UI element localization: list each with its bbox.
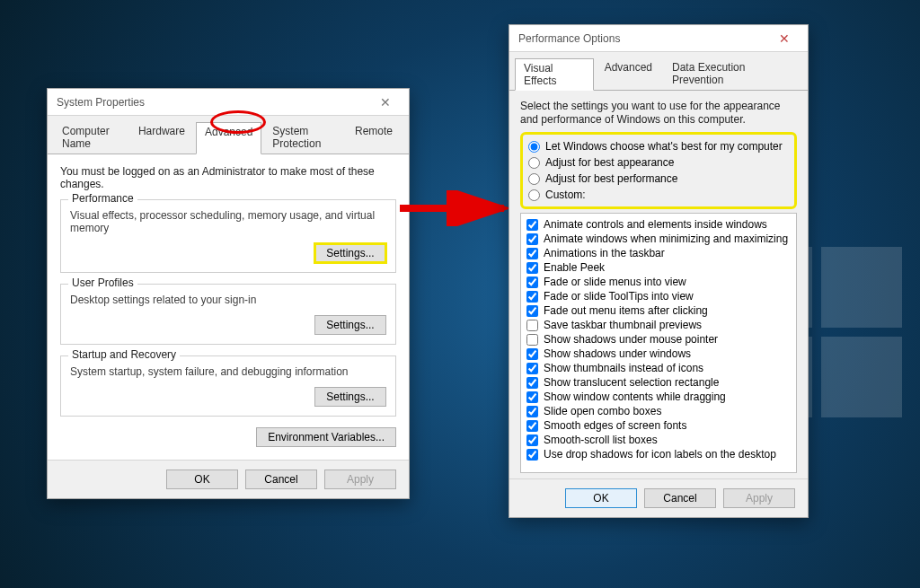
tab-bar: Computer Name Hardware Advanced System P… [48, 116, 409, 154]
group-startup-recovery: Startup and Recovery System startup, sys… [60, 355, 396, 417]
tab-hardware[interactable]: Hardware [129, 121, 194, 154]
annotation-arrow [398, 190, 515, 226]
checkbox[interactable] [526, 320, 538, 331]
list-item[interactable]: Show shadows under mouse pointer [526, 332, 791, 347]
list-item[interactable]: Slide open combo boxes [526, 404, 791, 418]
checkbox[interactable] [526, 377, 538, 389]
apply-button[interactable]: Apply [723, 488, 795, 508]
checkbox[interactable] [526, 406, 538, 417]
environment-variables-button[interactable]: Environment Variables... [256, 427, 396, 447]
group-desc: System startup, system failure, and debu… [70, 365, 386, 378]
checkbox-label: Smooth edges of screen fonts [544, 419, 686, 432]
checkbox-label: Fade or slide ToolTips into view [544, 290, 694, 303]
list-item[interactable]: Animations in the taskbar [526, 246, 791, 260]
performance-options-dialog: Performance Options ✕ Visual Effects Adv… [509, 24, 809, 518]
checkbox[interactable] [526, 291, 538, 303]
tab-visual-effects[interactable]: Visual Effects [515, 58, 594, 91]
list-item[interactable]: Fade or slide menus into view [526, 275, 791, 289]
checkbox[interactable] [526, 334, 538, 346]
checkbox-label: Animate windows when minimizing and maxi… [544, 233, 788, 245]
tab-advanced[interactable]: Advanced [596, 57, 661, 90]
group-user-profiles: User Profiles Desktop settings related t… [60, 284, 396, 345]
checkbox-label: Show translucent selection rectangle [544, 376, 719, 389]
radio-custom[interactable]: Custom: [528, 187, 789, 203]
list-item[interactable]: Show translucent selection rectangle [526, 375, 791, 390]
user-profiles-settings-button[interactable]: Settings... [314, 315, 386, 335]
group-desc: Desktop settings related to your sign-in [70, 294, 386, 306]
tab-remote[interactable]: Remote [346, 121, 402, 154]
checkbox[interactable] [526, 420, 538, 432]
group-legend: User Profiles [68, 276, 137, 289]
list-item[interactable]: Use drop shadows for icon labels on the … [526, 447, 791, 461]
titlebar[interactable]: Performance Options ✕ [509, 25, 808, 52]
checkbox[interactable] [526, 248, 538, 259]
checkbox[interactable] [526, 305, 538, 317]
titlebar[interactable]: System Properties ✕ [48, 89, 409, 116]
visual-effects-list[interactable]: Animate controls and elements inside win… [520, 213, 797, 473]
radio-label: Let Windows choose what's best for my co… [545, 140, 783, 153]
radio-label: Adjust for best performance [545, 172, 677, 185]
checkbox-label: Save taskbar thumbnail previews [544, 319, 702, 331]
cancel-button[interactable]: Cancel [644, 488, 716, 508]
ok-button[interactable]: OK [166, 470, 238, 489]
performance-settings-button[interactable]: Settings... [314, 243, 386, 263]
ok-button[interactable]: OK [565, 488, 637, 508]
admin-note: You must be logged on as an Administrato… [60, 165, 396, 190]
checkbox-label: Slide open combo boxes [544, 405, 661, 417]
checkbox[interactable] [526, 262, 538, 274]
list-item[interactable]: Enable Peek [526, 260, 791, 275]
checkbox-label: Show shadows under windows [544, 347, 691, 360]
checkbox[interactable] [526, 233, 538, 245]
checkbox-label: Show thumbnails instead of icons [544, 362, 703, 374]
checkbox-label: Animate controls and elements inside win… [544, 218, 767, 231]
dialog-button-bar: OK Cancel Apply [509, 478, 808, 517]
tab-advanced[interactable]: Advanced [196, 122, 261, 154]
checkbox-label: Enable Peek [544, 261, 605, 274]
close-icon[interactable]: ✕ [766, 30, 802, 48]
list-item[interactable]: Smooth edges of screen fonts [526, 418, 791, 433]
checkbox[interactable] [526, 348, 538, 360]
group-desc: Visual effects, processor scheduling, me… [70, 209, 386, 234]
cancel-button[interactable]: Cancel [245, 470, 317, 489]
radio-label: Adjust for best appearance [545, 156, 674, 169]
checkbox-label: Show window contents while dragging [544, 391, 726, 403]
checkbox-label: Show shadows under mouse pointer [544, 333, 718, 346]
checkbox[interactable] [526, 363, 538, 374]
dialog-title: Performance Options [518, 32, 620, 45]
group-legend: Startup and Recovery [68, 348, 180, 361]
dialog-title: System Properties [57, 96, 145, 109]
list-item[interactable]: Show shadows under windows [526, 347, 791, 361]
apply-button[interactable]: Apply [324, 470, 396, 489]
tab-bar: Visual Effects Advanced Data Execution P… [509, 52, 808, 91]
checkbox[interactable] [526, 276, 538, 288]
checkbox[interactable] [526, 434, 538, 446]
radio-appearance[interactable]: Adjust for best appearance [528, 154, 789, 171]
close-icon[interactable]: ✕ [367, 93, 403, 111]
intro-text: Select the settings you want to use for … [520, 100, 797, 127]
radio-label: Custom: [545, 189, 586, 201]
system-properties-dialog: System Properties ✕ Computer Name Hardwa… [47, 88, 410, 499]
checkbox-label: Fade out menu items after clicking [544, 304, 708, 317]
list-item[interactable]: Fade out menu items after clicking [526, 303, 791, 318]
startup-settings-button[interactable]: Settings... [314, 387, 386, 407]
checkbox[interactable] [526, 449, 538, 461]
checkbox[interactable] [526, 219, 538, 231]
list-item[interactable]: Save taskbar thumbnail previews [526, 318, 791, 332]
checkbox[interactable] [526, 391, 538, 403]
checkbox-label: Use drop shadows for icon labels on the … [544, 448, 776, 461]
tab-dep[interactable]: Data Execution Prevention [663, 57, 801, 90]
checkbox-label: Animations in the taskbar [544, 247, 665, 259]
list-item[interactable]: Show window contents while dragging [526, 390, 791, 404]
tab-system-protection[interactable]: System Protection [263, 121, 344, 154]
radio-auto[interactable]: Let Windows choose what's best for my co… [528, 138, 789, 154]
list-item[interactable]: Show thumbnails instead of icons [526, 361, 791, 375]
list-item[interactable]: Smooth-scroll list boxes [526, 433, 791, 447]
group-legend: Performance [68, 192, 137, 205]
tab-computer-name[interactable]: Computer Name [53, 121, 128, 154]
checkbox-label: Smooth-scroll list boxes [544, 434, 658, 446]
list-item[interactable]: Fade or slide ToolTips into view [526, 289, 791, 303]
list-item[interactable]: Animate windows when minimizing and maxi… [526, 232, 791, 246]
radio-performance[interactable]: Adjust for best performance [528, 171, 789, 187]
list-item[interactable]: Animate controls and elements inside win… [526, 217, 791, 232]
radio-group: Let Windows choose what's best for my co… [520, 132, 797, 209]
